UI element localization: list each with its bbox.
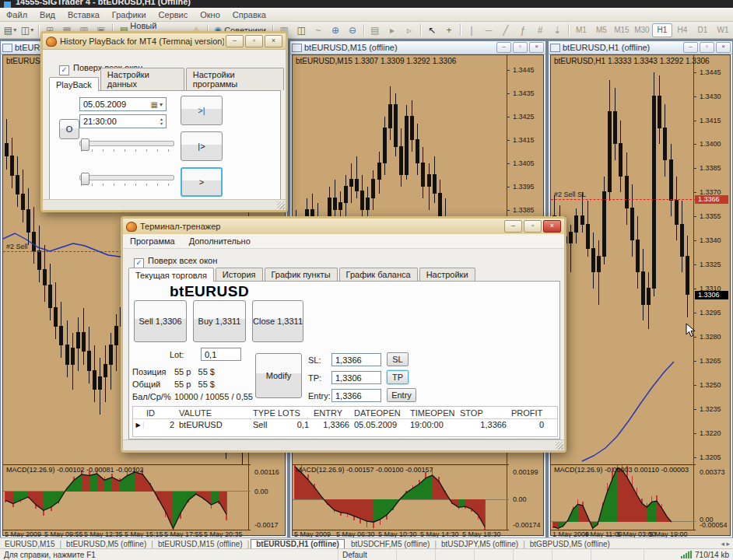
play-pause-button[interactable]: |> [181, 131, 223, 161]
trendline-tool[interactable]: ╱ [498, 23, 514, 38]
new-chart-button[interactable]: ▤▾ [2, 23, 18, 38]
arrows-tool[interactable]: ⇣ [549, 23, 565, 38]
menu-item-Вид[interactable]: Вид [33, 10, 61, 19]
timeframe-h4[interactable]: H4 [672, 23, 693, 37]
close-position-button[interactable]: Close 1,3311 [252, 300, 303, 342]
chart-window-titlebar[interactable]: btEURUSD,H1 (offline)–▫× [549, 41, 732, 54]
tab-data-settings[interactable]: Настройки данных [100, 68, 184, 90]
price-chart-canvas[interactable] [551, 55, 696, 464]
chevron-down-icon[interactable]: ▾ [160, 101, 163, 108]
close-button[interactable]: × [265, 35, 282, 47]
menu-item-Окно[interactable]: Окно [194, 10, 226, 19]
timeframe-h1[interactable]: H1 [652, 23, 672, 37]
tab-history[interactable]: История [216, 268, 263, 281]
minimize-button[interactable]: – [496, 42, 511, 53]
close-button[interactable]: × [543, 220, 561, 233]
close-button[interactable]: × [716, 42, 731, 53]
record-button[interactable]: O [59, 119, 79, 139]
playback-date-field[interactable]: 05.05.2009 ▦ ▾ [79, 97, 167, 111]
calendar-icon[interactable]: ▦ [151, 100, 158, 109]
minimize-button[interactable]: – [683, 42, 698, 53]
speed-slider-2[interactable] [79, 172, 174, 186]
tab-scroll-arrows[interactable]: ◂ ▸ [721, 540, 733, 548]
status-profile-pane[interactable]: Default [338, 549, 397, 560]
chart-candles-icon[interactable]: ◫ [293, 23, 309, 38]
timeframe-m30[interactable]: M30 [632, 23, 652, 37]
buy-button[interactable]: Buy 1,3311 [193, 300, 246, 342]
tab-chart-balance[interactable]: График баланса [339, 268, 418, 281]
tab-chart-points[interactable]: График пункты [265, 268, 338, 281]
modify-button[interactable]: Modify [255, 353, 302, 398]
step-forward-button[interactable]: >| [181, 96, 223, 125]
timeframe-m1[interactable]: M1 [571, 23, 591, 37]
chart-tab-4[interactable]: btUSDCHF,M5 (offline) [346, 540, 435, 548]
tab-program-settings[interactable]: Настройки программы [186, 68, 284, 90]
chart-tab-0[interactable]: EURUSD,M15 [0, 540, 59, 548]
chart-tab-5[interactable]: btUSDJPY,M5 (offline) [437, 540, 523, 548]
slider-track[interactable] [79, 141, 174, 146]
menu-program[interactable]: Программа [123, 236, 182, 246]
trainer-dialog-titlebar[interactable]: Терминал-тренажер – ▫ × [123, 219, 564, 235]
play-button[interactable]: > [181, 167, 223, 197]
crosshair-tool-button[interactable]: + [441, 23, 457, 38]
timeframe-w1[interactable]: W1 [713, 23, 733, 37]
tab-current-trading[interactable]: Текущая торговля [128, 268, 214, 282]
tab-playback[interactable]: PlayBack [49, 77, 99, 91]
chart-tab-2[interactable]: btEURUSD,M15 (offline) [153, 540, 247, 548]
horizontal-line-tool[interactable]: ─ [481, 23, 496, 38]
resize-grip[interactable] [556, 442, 563, 450]
spinner-up-down-icon[interactable]: ▴▾ [160, 117, 163, 126]
sl-input[interactable]: 1,3366 [331, 353, 381, 366]
profiles-button[interactable]: ◫▾ [19, 23, 35, 38]
menu-item-Сервис[interactable]: Сервис [153, 10, 195, 19]
speed-slider-1[interactable] [79, 138, 174, 152]
orders-table[interactable]: IDVALUTETYPELOTSENTRYDATEOPENTIMEOPENSTO… [132, 406, 558, 437]
minimize-button[interactable]: – [504, 220, 522, 233]
tp-button[interactable]: TP [387, 370, 409, 384]
maximize-button[interactable]: ▫ [513, 42, 528, 53]
macd-canvas[interactable] [3, 465, 251, 530]
maximize-button[interactable]: ▫ [245, 35, 263, 47]
timeframe-d1[interactable]: D1 [693, 23, 713, 37]
chart-line-icon[interactable]: ~ [310, 23, 326, 38]
lot-input[interactable]: 0,1 [201, 348, 241, 361]
menu-item-Графики[interactable]: Графики [106, 10, 153, 19]
zoom-in-button[interactable]: ⊕ [328, 23, 343, 38]
menu-item-Файл[interactable]: Файл [0, 10, 33, 19]
auto-scroll-icon[interactable]: ▸ [384, 23, 400, 38]
playback-dialog-titlebar[interactable]: History PlayBack for MT4 (Termnaj versio… [43, 33, 286, 50]
cursor-tool-button[interactable]: ↖ [424, 23, 440, 38]
sell-button[interactable]: Sell 1,3306 [134, 300, 187, 342]
menu-item-Справка[interactable]: Справка [226, 10, 272, 19]
chart-window-titlebar[interactable]: btEURUSD,M15 (offline)–▫× [290, 41, 545, 54]
zoom-out-button[interactable]: ⊖ [345, 23, 360, 38]
slider-track[interactable] [79, 175, 174, 180]
chart-tab-1[interactable]: btEURUSD,M5 (offline) [61, 540, 151, 548]
maximize-button[interactable]: ▫ [524, 220, 542, 233]
sl-button[interactable]: SL [387, 352, 409, 366]
macd-canvas[interactable] [551, 465, 696, 530]
table-row[interactable]: ▶2btEURUSDSell0,11,336605.05.200919:00:0… [133, 419, 557, 430]
vertical-line-tool[interactable]: | [464, 23, 479, 38]
fibonacci-tool[interactable]: ƒ [515, 23, 531, 38]
minimize-button[interactable]: – [226, 35, 244, 47]
close-button[interactable]: × [529, 42, 544, 53]
menu-item-Вставка[interactable]: Вставка [61, 10, 106, 19]
tab-settings[interactable]: Настройки [419, 268, 475, 281]
entry-button[interactable]: Entry [387, 388, 416, 402]
resize-grip[interactable] [277, 201, 285, 209]
tp-input[interactable]: 1,3306 [331, 371, 381, 384]
menu-additional[interactable]: Дополнительно [182, 236, 258, 246]
timeframe-m15[interactable]: M15 [612, 23, 632, 37]
timeframe-m5[interactable]: M5 [591, 23, 612, 37]
entry-input[interactable]: 1,3366 [331, 389, 381, 402]
tile-windows-icon[interactable]: ▤ [367, 23, 383, 38]
maximize-button[interactable]: ▫ [700, 42, 714, 53]
macd-canvas[interactable] [293, 465, 509, 530]
grid-tool[interactable]: # [532, 23, 548, 38]
playback-time-field[interactable]: 21:30:00 ▴▾ [79, 114, 167, 128]
chart-shift-icon[interactable]: ▹ [402, 23, 417, 38]
chart-tab-6[interactable]: btGBPUSD,M5 (offline) [525, 540, 615, 548]
always-on-top-checkbox[interactable]: ✓ [59, 65, 69, 75]
chart-tab-3[interactable]: btEURUSD,H1 (offline) [251, 539, 345, 549]
